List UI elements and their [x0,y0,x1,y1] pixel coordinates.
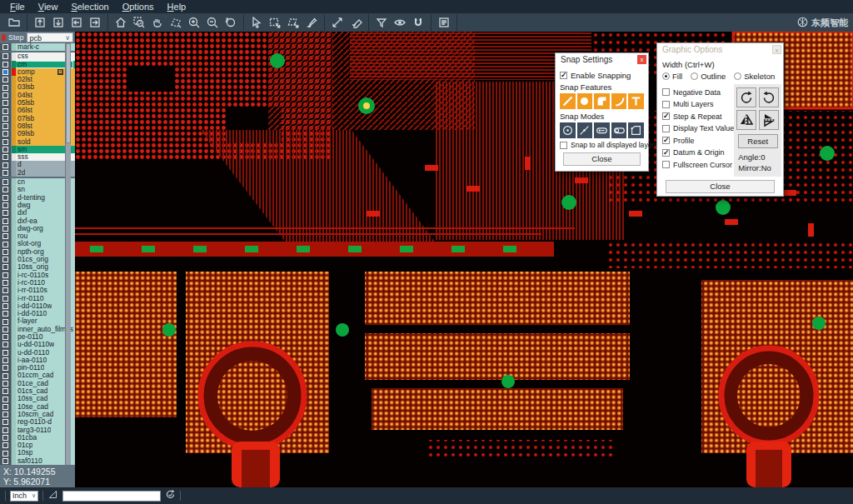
tool-home-view[interactable] [112,14,130,31]
layer-visibility-checkbox[interactable] [2,226,8,232]
layer-row-10se_cad[interactable]: 10se_cad [0,403,75,411]
reset-button[interactable]: Reset [738,134,778,148]
layer-row-body[interactable]: 05lsb [12,99,73,107]
layer-row-body[interactable]: 10ss_orig [12,263,73,271]
layer-visibility-checkbox[interactable] [2,334,8,340]
layer-row-body[interactable]: i-rr-0110 [12,295,73,302]
layer-visibility-checkbox[interactable] [2,92,8,98]
check-box[interactable] [662,101,670,108]
rotate-ccw-button[interactable] [759,87,779,107]
snap-line-button[interactable] [560,93,576,109]
layer-visibility-checkbox[interactable] [2,303,8,309]
mirror-vertical-button[interactable] [759,110,779,130]
layer-visibility-checkbox[interactable] [2,131,8,137]
layer-row-body[interactable]: d [12,161,73,168]
tool-magnet-snap[interactable] [409,14,427,31]
layer-visibility-checkbox[interactable] [2,357,8,363]
layer-row-08lst[interactable]: 08lst [0,122,75,130]
layer-row-d[interactable]: d [0,161,75,168]
layer-row-10ss_orig[interactable]: 10ss_orig [0,263,75,271]
tool-measure-diagonal[interactable] [328,14,347,31]
layer-row-cm[interactable]: cm [0,61,75,68]
radio-outline[interactable]: Outline [691,72,726,81]
layer-row-body[interactable]: 01cs_cad [12,387,73,395]
radio-dot[interactable] [662,72,670,80]
layer-visibility-checkbox[interactable] [2,218,8,224]
layer-visibility-checkbox[interactable] [2,419,8,425]
layer-visibility-checkbox[interactable] [2,154,8,160]
layer-visibility-checkbox[interactable] [2,187,8,192]
mode-corner-button[interactable] [628,122,644,138]
layer-visibility-checkbox[interactable] [2,77,8,82]
graphic-options-titlebar[interactable]: Graphic Options x [657,43,783,56]
radio-dot[interactable] [691,72,698,80]
layer-row-sold[interactable]: sold [0,138,75,146]
layer-visibility-checkbox[interactable] [2,242,8,247]
layer-row-10scm_cad[interactable]: 10scm_cad [0,411,75,418]
layer-row-10ss_cad[interactable]: 10ss_cad [0,395,75,402]
layer-row-01cs_cad[interactable]: 01cs_cad [0,387,75,395]
layer-list-scrollbar[interactable] [65,43,71,465]
layer-row-01ccm_cad[interactable]: 01ccm_cad [0,372,75,379]
layer-visibility-checkbox[interactable] [2,179,8,185]
layer-row-reg-0110-d[interactable]: reg-0110-d [0,418,75,426]
tool-zoom-polygon[interactable] [167,14,185,31]
layer-row-body[interactable]: u-dd-0110w [12,341,73,348]
layer-row-body[interactable]: 04lst [12,92,73,99]
layer-visibility-checkbox[interactable] [2,350,8,356]
layer-visibility-checkbox[interactable] [2,257,8,262]
layer-visibility-checkbox[interactable] [2,139,8,145]
layer-row-body[interactable]: saf0110 [12,457,73,465]
layer-row-body[interactable]: 10sp [12,449,73,457]
tool-export-down[interactable] [49,14,67,31]
mode-center-button[interactable] [560,122,576,138]
layer-row-09lsb[interactable]: 09lsb [0,130,75,137]
tool-import-up[interactable] [31,14,49,31]
layer-row-body[interactable]: inner_auto_film_symb [12,326,73,333]
layer-row-body[interactable]: 07lsb [12,115,73,122]
check-box[interactable] [662,125,670,132]
rotate-cw-button[interactable] [736,87,756,107]
layer-row-body[interactable]: sm [12,146,73,153]
pcb-canvas[interactable]: Snap Settings x Enable Snapping Snap Fea… [75,32,853,487]
tool-select-polygon[interactable] [284,14,302,31]
snap-settings-titlebar[interactable]: Snap Settings x [556,53,648,66]
layer-row-body[interactable]: f-layer [12,317,73,325]
layer-visibility-checkbox[interactable] [2,264,8,270]
layer-row-body[interactable]: reg-0110-d [12,418,73,426]
layer-row-pe-0110[interactable]: pe-0110 [0,333,75,341]
layer-visibility-checkbox[interactable] [2,170,8,176]
radio-dot[interactable] [734,72,741,80]
close-icon[interactable]: x [772,45,781,54]
layer-visibility-checkbox[interactable] [2,272,8,278]
layer-row-sss[interactable]: sss [0,153,75,161]
layer-row-body[interactable]: css [12,52,73,60]
tool-eraser[interactable] [347,14,365,31]
layer-visibility-checkbox[interactable] [2,147,8,152]
step-select[interactable]: pcb ∨ [27,32,73,42]
all-layers-checkbox[interactable] [560,142,567,149]
layer-visibility-checkbox[interactable] [2,373,8,379]
tool-eye-view[interactable] [391,14,409,31]
snap-close-button[interactable]: Close [563,152,641,166]
layer-row-body[interactable]: 2d [12,169,73,177]
layer-visibility-checkbox[interactable] [2,412,8,417]
layer-row-body[interactable]: 08lst [12,122,73,130]
snap-arc-button[interactable] [611,93,627,109]
layer-row-body[interactable]: i-dd-0110w [12,302,73,310]
layer-visibility-checkbox[interactable] [2,280,8,286]
layer-row-04lst[interactable]: 04lst [0,92,75,99]
check-box[interactable] [662,149,670,157]
layer-row-f-layer[interactable]: f-layer [0,317,75,325]
layer-visibility-checkbox[interactable] [2,404,8,410]
layer-row-i-rr-0110[interactable]: i-rr-0110 [0,295,75,302]
layer-row-body[interactable]: dwg-org [12,225,73,232]
sync-icon[interactable] [165,488,176,503]
layer-row-body[interactable]: pe-0110 [12,333,73,341]
layer-visibility-checkbox[interactable] [2,162,8,168]
tool-zoom-previous[interactable] [222,14,240,31]
layer-row-body[interactable]: i-aa-0110 [12,357,73,364]
scrollbar-thumb[interactable] [66,43,71,143]
check-fullscreen-cursor[interactable]: Fullscreen Cursor [662,161,734,169]
enable-snapping-checkbox[interactable] [560,72,567,79]
